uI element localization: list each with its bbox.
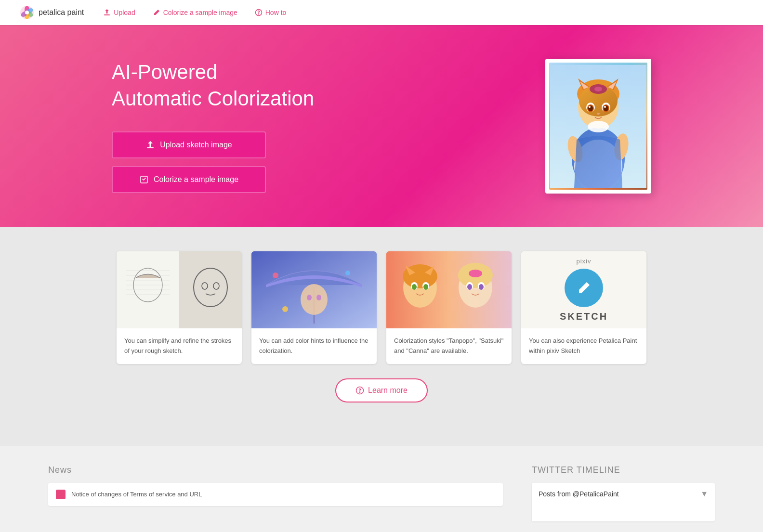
news-title: News bbox=[48, 465, 503, 475]
pixiv-sketch-label: SKETCH bbox=[560, 311, 608, 322]
svg-point-52 bbox=[307, 295, 312, 300]
hero-buttons: Upload sketch image Colorize a sample im… bbox=[112, 131, 266, 193]
card-image-3 bbox=[386, 251, 512, 328]
svg-point-6 bbox=[25, 11, 29, 14]
petalica-logo-icon bbox=[19, 5, 35, 20]
learn-more-icon bbox=[355, 386, 364, 395]
twitter-header: Posts from @PetalicaPaint ▼ bbox=[539, 490, 708, 498]
card-image-1 bbox=[117, 251, 242, 328]
navbar-links: Upload Colorize a sample image How to bbox=[103, 9, 286, 16]
sample-button-icon bbox=[139, 175, 149, 184]
pixiv-circle-icon bbox=[565, 269, 603, 307]
bottom-section: News Notice of changes of Terms of servi… bbox=[0, 446, 763, 532]
feature-card-2: You can add color hints to influence the… bbox=[251, 251, 377, 364]
card-image-2 bbox=[251, 251, 377, 328]
hero-image-container bbox=[545, 59, 651, 194]
twitter-posts-label: Posts from @PetalicaPaint bbox=[539, 490, 619, 498]
card-text-1: You can simplify and refine the strokes … bbox=[117, 328, 242, 364]
card-image-4: pixiv SKETCH bbox=[521, 251, 646, 328]
news-section: News Notice of changes of Terms of servi… bbox=[48, 465, 503, 521]
twitter-section: TWITTER TIMELINE Posts from @PetalicaPai… bbox=[532, 465, 715, 521]
news-item: Notice of changes of Terms of service an… bbox=[48, 483, 503, 506]
news-text: Notice of changes of Terms of service an… bbox=[71, 491, 202, 498]
twitter-title: TWITTER TIMELINE bbox=[532, 465, 715, 475]
svg-point-33 bbox=[597, 113, 600, 115]
svg-point-32 bbox=[604, 106, 606, 108]
hero-sample-image bbox=[549, 63, 647, 190]
logo-text: petalica paint bbox=[39, 8, 84, 17]
colorize-sample-button[interactable]: Colorize a sample image bbox=[112, 166, 266, 193]
svg-point-63 bbox=[423, 284, 428, 290]
svg-rect-10 bbox=[147, 147, 154, 148]
svg-point-36 bbox=[588, 121, 609, 132]
svg-point-55 bbox=[345, 271, 350, 275]
svg-point-51 bbox=[301, 284, 328, 315]
navbar: petalica paint Upload Colorize a sample … bbox=[0, 0, 763, 25]
card-text-4: You can also experience Petalica Paint w… bbox=[521, 328, 646, 364]
twitter-arrow-icon: ▼ bbox=[700, 490, 708, 498]
svg-point-31 bbox=[589, 106, 591, 108]
card-text-3: Colorization styles "Tanpopo", "Satsuki"… bbox=[386, 328, 512, 364]
twitter-box: Posts from @PetalicaPaint ▼ bbox=[532, 483, 715, 521]
hero-left: AI-Powered Automatic Colorization Upload… bbox=[112, 59, 487, 193]
hero-image-frame bbox=[545, 59, 651, 194]
svg-point-56 bbox=[282, 306, 288, 312]
pencil-circle-icon bbox=[573, 277, 594, 298]
anime-character-svg bbox=[550, 65, 646, 188]
upload-sketch-button[interactable]: Upload sketch image bbox=[112, 131, 266, 158]
svg-point-54 bbox=[273, 272, 278, 278]
question-icon bbox=[255, 9, 263, 16]
svg-point-53 bbox=[316, 295, 321, 300]
feature-card-3: Colorization styles "Tanpopo", "Satsuki"… bbox=[386, 251, 512, 364]
upload-icon bbox=[103, 9, 111, 16]
feature-cards-row: You can simplify and refine the strokes … bbox=[92, 251, 671, 364]
features-section: You can simplify and refine the strokes … bbox=[0, 227, 763, 446]
svg-point-62 bbox=[412, 284, 417, 290]
sketch-card-svg bbox=[117, 251, 242, 328]
feature-card-4: pixiv SKETCH You can also experience Pet… bbox=[521, 251, 646, 364]
color-card-svg bbox=[251, 251, 377, 328]
styles-card-svg bbox=[386, 251, 512, 328]
svg-point-9 bbox=[258, 13, 259, 14]
learn-more-section: Learn more bbox=[335, 364, 428, 422]
nav-how-to[interactable]: How to bbox=[255, 9, 287, 16]
svg-rect-7 bbox=[104, 14, 110, 15]
svg-point-35 bbox=[594, 87, 602, 91]
upload-button-icon bbox=[145, 140, 155, 150]
hero-section: AI-Powered Automatic Colorization Upload… bbox=[0, 25, 763, 227]
pencil-icon bbox=[153, 9, 160, 16]
svg-point-70 bbox=[467, 284, 472, 290]
svg-point-72 bbox=[469, 270, 482, 277]
nav-upload[interactable]: Upload bbox=[103, 9, 135, 16]
news-icon bbox=[56, 490, 66, 499]
learn-more-button[interactable]: Learn more bbox=[335, 378, 428, 402]
feature-card-1: You can simplify and refine the strokes … bbox=[117, 251, 242, 364]
logo-link[interactable]: petalica paint bbox=[19, 5, 84, 20]
svg-point-71 bbox=[479, 284, 484, 290]
svg-rect-38 bbox=[179, 251, 242, 328]
hero-title: AI-Powered Automatic Colorization bbox=[112, 59, 487, 112]
nav-colorize-sample[interactable]: Colorize a sample image bbox=[153, 9, 237, 16]
card-text-2: You can add color hints to influence the… bbox=[251, 328, 377, 364]
pixiv-label: pixiv bbox=[576, 258, 591, 265]
svg-point-74 bbox=[359, 391, 360, 392]
